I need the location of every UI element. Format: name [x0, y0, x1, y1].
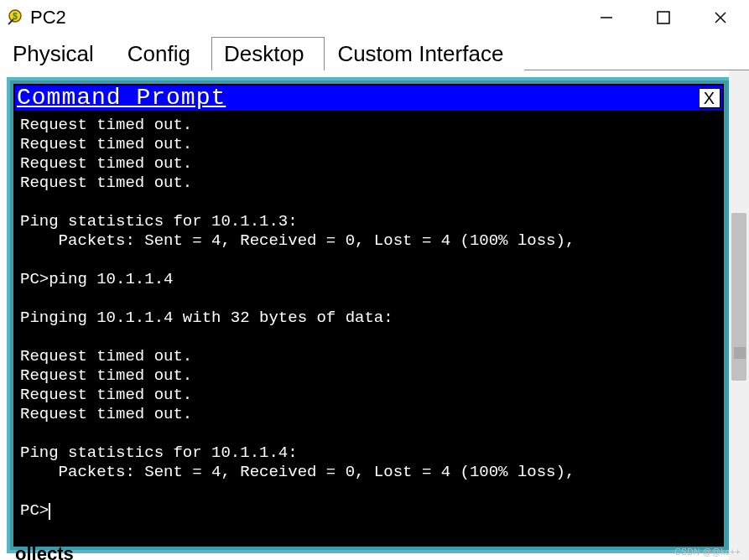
command-prompt-title: Command Prompt	[17, 86, 699, 110]
command-prompt-titlebar[interactable]: Command Prompt X	[15, 86, 722, 111]
command-prompt-close-button[interactable]: X	[699, 88, 720, 108]
tab-physical[interactable]: Physical	[0, 37, 115, 70]
vertical-scrollbar[interactable]	[729, 70, 749, 560]
app-icon: $	[5, 8, 25, 28]
desktop-area: Command Prompt X Request timed out. Requ…	[7, 77, 746, 553]
terminal-output: Request timed out. Request timed out. Re…	[20, 116, 575, 520]
command-prompt-body[interactable]: Request timed out. Request timed out. Re…	[15, 111, 722, 545]
watermark: CSDN @@kc++	[674, 547, 741, 557]
tab-desktop[interactable]: Desktop	[211, 37, 325, 70]
truncated-footer-text: ollects	[15, 543, 74, 560]
tab-strip: Physical Config Desktop Custom Interface	[0, 35, 749, 70]
window-title: PC2	[30, 7, 66, 29]
tab-config[interactable]: Config	[115, 37, 211, 70]
terminal-cursor	[49, 503, 50, 520]
title-bar: $ PC2	[0, 0, 749, 35]
svg-rect-4	[658, 12, 669, 23]
close-button[interactable]	[692, 0, 749, 35]
scrollbar-grip	[734, 347, 746, 359]
maximize-button[interactable]	[635, 0, 692, 35]
tab-custom-interface[interactable]: Custom Interface	[325, 37, 524, 70]
window-controls	[578, 0, 749, 35]
application-window: $ PC2 Physical Config Desktop Custom Int…	[0, 0, 749, 560]
command-prompt-window: Command Prompt X Request timed out. Requ…	[13, 84, 724, 547]
minimize-button[interactable]	[578, 0, 635, 35]
